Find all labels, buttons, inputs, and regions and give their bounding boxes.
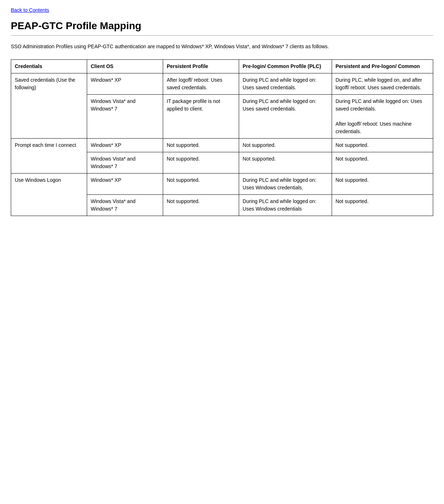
cell-client-os: Windows Vista* and Windows* 7	[87, 195, 163, 216]
cell-credentials-windows-logon: Use Windows Logon	[11, 174, 87, 216]
cell-persistent-pre: Not supported.	[332, 139, 433, 152]
header-credentials: Credentials	[11, 60, 87, 73]
back-to-contents-link[interactable]: Back to Contents	[11, 7, 433, 13]
cell-persistent-profile: IT package profile is not applied to cli…	[163, 95, 239, 139]
cell-pre-login: During PLC and while logged on: Uses Win…	[239, 174, 332, 195]
cell-pre-login: Not supported.	[239, 152, 332, 174]
table-row: Use Windows Logon Windows* XP Not suppor…	[11, 174, 433, 195]
cell-pre-login: Not supported.	[239, 139, 332, 152]
table-row: Saved credentials (Use the following) Wi…	[11, 73, 433, 95]
cell-persistent-profile: Not supported.	[163, 174, 239, 195]
cell-persistent-profile: Not supported.	[163, 152, 239, 174]
page-title: PEAP-GTC Profile Mapping	[11, 20, 433, 32]
cell-persistent-pre: Not supported.	[332, 152, 433, 174]
cell-credentials-saved: Saved credentials (Use the following)	[11, 73, 87, 139]
cell-persistent-pre: During PLC, while logged on, and after l…	[332, 73, 433, 95]
cell-client-os: Windows Vista* and Windows* 7	[87, 152, 163, 174]
cell-client-os: Windows* XP	[87, 174, 163, 195]
cell-pre-login: During PLC and while logged on: Uses sav…	[239, 95, 332, 139]
profile-mapping-table: Credentials Client OS Persistent Profile…	[11, 59, 433, 216]
cell-client-os: Windows Vista* and Windows* 7	[87, 95, 163, 139]
cell-persistent-profile: Not supported.	[163, 139, 239, 152]
cell-client-os: Windows* XP	[87, 139, 163, 152]
header-client-os: Client OS	[87, 60, 163, 73]
header-persistent-pre: Persistent and Pre-logon/ Common	[332, 60, 433, 73]
table-header-row: Credentials Client OS Persistent Profile…	[11, 60, 433, 73]
cell-persistent-pre: During PLC and while logged on: Uses sav…	[332, 95, 433, 139]
cell-persistent-pre: Not supported.	[332, 195, 433, 216]
cell-client-os: Windows* XP	[87, 73, 163, 95]
header-persistent-profile: Persistent Profile	[163, 60, 239, 73]
cell-pre-login: During PLC and while logged on: Uses sav…	[239, 73, 332, 95]
cell-credentials-prompt: Prompt each time I connect	[11, 139, 87, 174]
cell-pre-login: During PLC and while logged on: Uses Win…	[239, 195, 332, 216]
intro-paragraph: SSO Administration Profiles using PEAP-G…	[11, 43, 433, 50]
header-pre-login: Pre-login/ Common Profile (PLC)	[239, 60, 332, 73]
cell-persistent-profile: Not supported.	[163, 195, 239, 216]
cell-persistent-profile: After logoff/ reboot: Uses saved credent…	[163, 73, 239, 95]
table-row: Prompt each time I connect Windows* XP N…	[11, 139, 433, 152]
divider	[11, 35, 433, 36]
cell-persistent-pre: Not supported.	[332, 174, 433, 195]
